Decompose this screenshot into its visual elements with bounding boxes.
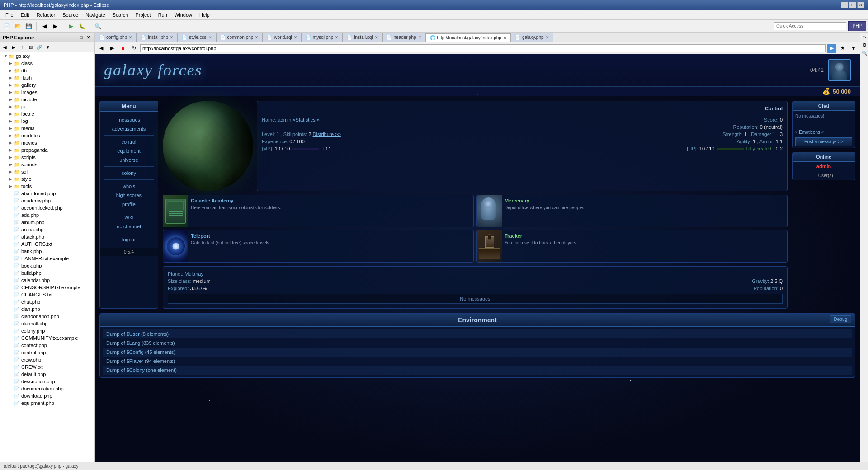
tree-folder-class[interactable]: ▶ 📁 class	[0, 60, 94, 67]
menu-run[interactable]: Run	[155, 11, 171, 19]
post-message-button[interactable]: Post a message >>	[795, 137, 852, 146]
player-name[interactable]: admin	[278, 117, 291, 122]
online-user[interactable]: admin	[793, 162, 855, 171]
menu-link-equipment[interactable]: equipment	[100, 146, 158, 155]
browser-settings-button[interactable]: ▼	[849, 44, 858, 53]
tree-file-censorship[interactable]: 📄 CENSORSHIP.txt.example	[0, 284, 94, 291]
tree-file-calendar[interactable]: 📄 calendar.php	[0, 277, 94, 284]
tree-folder-db[interactable]: ▶ 📁 db	[0, 67, 94, 74]
run-button[interactable]: ▶	[66, 21, 76, 31]
exp-forward[interactable]: ▶	[9, 43, 18, 52]
save-button[interactable]: 💾	[24, 21, 33, 31]
menu-link-profile[interactable]: profile	[100, 200, 158, 209]
search-button[interactable]: 🔍	[93, 21, 103, 31]
tree-folder-images[interactable]: ▶ 📁 images	[0, 89, 94, 96]
tree-file-abandoned[interactable]: 📄 abandoned.php	[0, 190, 94, 197]
menu-search[interactable]: Search	[109, 11, 132, 19]
debug-button[interactable]: 🐛	[77, 21, 87, 31]
tree-folder-movies[interactable]: ▶ 📁 movies	[0, 139, 94, 146]
tree-folder-sql[interactable]: ▶ 📁 sql	[0, 168, 94, 175]
tree-file-arena[interactable]: 📄 arena.php	[0, 226, 94, 233]
menu-link-highscores[interactable]: high scores	[100, 191, 158, 200]
tree-file-colony[interactable]: 📄 colony.php	[0, 327, 94, 334]
file-tree[interactable]: ▼ 📁 galaxy ▶ 📁 class ▶ 📁 db	[0, 52, 94, 462]
tree-file-build[interactable]: 📄 build.php	[0, 269, 94, 277]
tab-mysql[interactable]: 📄 mysql.php ✕	[302, 33, 343, 42]
tab-installsql[interactable]: 📄 install.sql ✕	[343, 33, 382, 42]
close-button[interactable]: ✕	[857, 2, 864, 8]
tree-folder-scripts[interactable]: ▶ 📁 scripts	[0, 154, 94, 161]
tree-file-attack[interactable]: 📄 attack.php	[0, 233, 94, 240]
tab-common[interactable]: 📄 common.php ✕	[216, 33, 263, 42]
tree-file-community[interactable]: 📄 COMMUNITY.txt.example	[0, 334, 94, 342]
tree-file-bank[interactable]: 📄 bank.php	[0, 248, 94, 255]
open-button[interactable]: 📂	[13, 21, 23, 31]
browser-forward-button[interactable]: ▶	[108, 44, 117, 53]
tree-file-clanhall[interactable]: 📄 clanhall.php	[0, 320, 94, 327]
tab-header[interactable]: 📄 header.php ✕	[382, 33, 426, 42]
tree-root[interactable]: ▼ 📁 galaxy	[0, 52, 94, 60]
tree-file-equipment[interactable]: 📄 equipment.php	[0, 400, 94, 407]
sidebar-btn-2[interactable]: ⚙	[860, 41, 868, 49]
minimize-button[interactable]: _	[841, 2, 848, 8]
quick-access-input[interactable]	[774, 22, 846, 30]
tree-file-crew[interactable]: 📄 crew.php	[0, 356, 94, 363]
menu-link-advertisements[interactable]: advertisements	[100, 124, 158, 133]
tree-file-academy[interactable]: 📄 academy.php	[0, 197, 94, 204]
env-item-lang[interactable]: Dump of $Lang (839 elements)	[103, 338, 852, 348]
exp-up[interactable]: ↑	[18, 43, 26, 52]
tab-close-installsql[interactable]: ✕	[375, 35, 378, 40]
menu-source[interactable]: Source	[59, 11, 82, 19]
env-item-colony[interactable]: Dump of $Colony (one element)	[103, 366, 852, 375]
tree-folder-modules[interactable]: ▶ 📁 modules	[0, 132, 94, 139]
panel-minimize[interactable]: _	[71, 34, 77, 41]
tree-file-accountlocked[interactable]: 📄 accountlocked.php	[0, 204, 94, 212]
exp-menu[interactable]: ▼	[44, 43, 52, 52]
menu-refactor[interactable]: Refactor	[33, 11, 59, 19]
env-item-player[interactable]: Dump of $Player (94 elements)	[103, 357, 852, 366]
exp-back[interactable]: ◀	[1, 43, 9, 52]
tree-file-changes[interactable]: 📄 CHANGES.txt	[0, 291, 94, 298]
debug-button[interactable]: Debug	[830, 315, 851, 323]
tab-style[interactable]: 📄 style.css ✕	[178, 33, 216, 42]
stats-link[interactable]: «Statistics »	[293, 117, 320, 122]
new-button[interactable]: 📄	[2, 21, 12, 31]
tree-file-authors[interactable]: 📄 AUTHORS.txt	[0, 240, 94, 248]
card-title-mercenary[interactable]: Mercenary	[505, 198, 784, 203]
tree-file-contact[interactable]: 📄 contact.php	[0, 342, 94, 349]
card-title-academy[interactable]: Galactic Academy	[191, 198, 471, 203]
tree-folder-js[interactable]: ▶ 📁 js	[0, 103, 94, 110]
tab-close-config[interactable]: ✕	[129, 35, 132, 40]
env-item-user[interactable]: Dump of $User (8 elements)	[103, 329, 852, 338]
panel-close[interactable]: ✕	[85, 34, 92, 41]
tab-close-mysql[interactable]: ✕	[335, 35, 339, 40]
tree-file-banner[interactable]: 📄 BANNER.txt.example	[0, 255, 94, 262]
panel-maximize[interactable]: □	[78, 34, 85, 41]
planet-name[interactable]: Mulahay	[184, 271, 203, 277]
menu-link-control[interactable]: control	[100, 137, 158, 146]
tab-close-install[interactable]: ✕	[170, 35, 174, 40]
tree-folder-include[interactable]: ▶ 📁 include	[0, 96, 94, 103]
tree-folder-gallery[interactable]: ▶ 📁 gallery	[0, 81, 94, 89]
tree-file-control[interactable]: 📄 control.php	[0, 349, 94, 356]
menu-link-irc[interactable]: irc channel	[100, 222, 158, 231]
exp-collapse[interactable]: ⊟	[27, 43, 35, 52]
tree-file-description[interactable]: 📄 description.php	[0, 378, 94, 385]
browser-bookmark-button[interactable]: ★	[838, 44, 847, 53]
card-title-tracker[interactable]: Tracker	[505, 233, 784, 239]
tree-file-clandonation[interactable]: 📄 clandonation.php	[0, 313, 94, 320]
address-input[interactable]	[140, 44, 826, 52]
menu-link-logout[interactable]: logout	[100, 235, 158, 244]
menu-link-whois[interactable]: whois	[100, 182, 158, 191]
chat-emoticons-link[interactable]: » Emoticons «	[793, 129, 855, 136]
forward-button[interactable]: ▶	[50, 21, 60, 31]
card-title-teleport[interactable]: Teleport	[191, 233, 471, 239]
tree-folder-log[interactable]: ▶ 📁 log	[0, 118, 94, 125]
tree-file-chat[interactable]: 📄 chat.php	[0, 298, 94, 306]
menu-navigate[interactable]: Navigate	[82, 11, 108, 19]
maximize-button[interactable]: □	[849, 2, 856, 8]
tab-close-galaxy[interactable]: ✕	[546, 35, 549, 40]
menu-link-wiki[interactable]: wiki	[100, 213, 158, 222]
sidebar-btn-3[interactable]: 🔍	[860, 49, 868, 57]
tab-close-header[interactable]: ✕	[418, 35, 422, 40]
